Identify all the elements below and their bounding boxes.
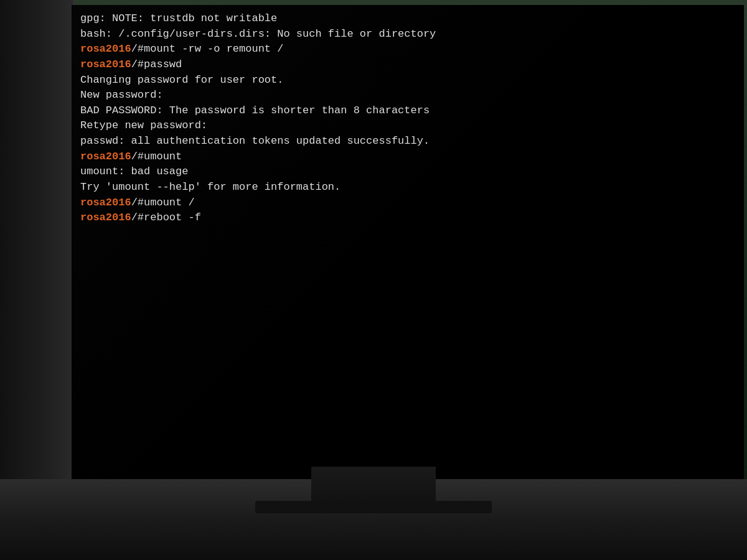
monitor-bezel-left — [0, 0, 75, 485]
terminal-line-11: umount: bad usage — [80, 164, 735, 180]
prompt-hash: # — [138, 42, 144, 57]
command-text: mount -rw -o remount / — [144, 42, 283, 57]
terminal-text: gpg: NOTE: trustdb not writable — [80, 11, 277, 27]
terminal-line-6: New password: — [80, 88, 735, 103]
terminal-text: New password: — [80, 88, 163, 103]
terminal-text: BAD PASSWORD: The password is shorter th… — [80, 103, 430, 119]
terminal-line-12: Try 'umount --help' for more information… — [80, 180, 735, 195]
prompt-user: rosa2016 — [80, 210, 131, 226]
terminal-line-3: rosa2016 / # mount -rw -o remount / — [80, 42, 735, 57]
terminal-text: Retype new password: — [80, 118, 207, 134]
terminal-text: Changing password for user root. — [80, 73, 283, 88]
command-text: passwd — [144, 57, 182, 73]
prompt-user: rosa2016 — [80, 149, 131, 165]
command-text: umount / — [144, 195, 195, 211]
prompt-user: rosa2016 — [80, 42, 131, 57]
command-text: reboot -f — [144, 210, 201, 226]
prompt-hash: # — [138, 57, 144, 73]
command-text: umount — [144, 149, 182, 165]
terminal-line-5: Changing password for user root. — [80, 73, 735, 88]
prompt-user: rosa2016 — [80, 195, 131, 211]
prompt-hash: # — [138, 195, 144, 211]
terminal-screen: gpg: NOTE: trustdb not writable bash: /.… — [72, 5, 744, 479]
prompt-sep: / — [131, 210, 138, 226]
terminal-text: umount: bad usage — [80, 164, 188, 180]
terminal-text: bash: /.config/user-dirs.dirs: No such f… — [80, 27, 436, 42]
terminal-line-4: rosa2016 / # passwd — [80, 57, 735, 73]
prompt-sep: / — [131, 195, 138, 211]
terminal-line-8: Retype new password: — [80, 118, 735, 134]
scene: gpg: NOTE: trustdb not writable bash: /.… — [0, 0, 747, 560]
terminal-content: gpg: NOTE: trustdb not writable bash: /.… — [80, 11, 735, 473]
terminal-line-2: bash: /.config/user-dirs.dirs: No such f… — [80, 27, 735, 42]
prompt-sep: / — [131, 42, 138, 57]
terminal-line-7: BAD PASSWORD: The password is shorter th… — [80, 103, 735, 119]
monitor-stand-base — [255, 501, 492, 513]
terminal-text: passwd: all authentication tokens update… — [80, 134, 430, 149]
prompt-sep: / — [131, 57, 138, 73]
terminal-line-13: rosa2016 / # umount / — [80, 195, 735, 211]
prompt-hash: # — [138, 210, 144, 226]
monitor-stand — [311, 467, 436, 504]
prompt-sep: / — [131, 149, 138, 165]
terminal-text: Try 'umount --help' for more information… — [80, 180, 341, 195]
terminal-line-1: gpg: NOTE: trustdb not writable — [80, 11, 735, 27]
terminal-line-9: passwd: all authentication tokens update… — [80, 134, 735, 149]
terminal-line-14: rosa2016 / # reboot -f — [80, 210, 735, 226]
prompt-hash: # — [138, 149, 144, 165]
terminal-line-10: rosa2016 / # umount — [80, 149, 735, 165]
prompt-user: rosa2016 — [80, 57, 131, 73]
